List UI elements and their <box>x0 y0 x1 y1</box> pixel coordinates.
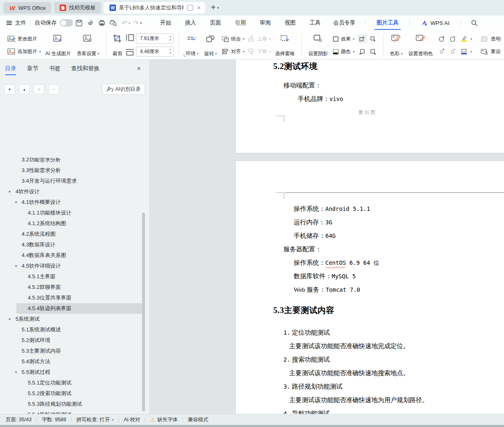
tab-member[interactable]: 会员专享 <box>328 16 361 30</box>
collapse-arrow-icon[interactable]: ▾ <box>15 370 17 374</box>
undo-chevron-icon[interactable]: ▾ <box>129 21 130 25</box>
print-preview-button[interactable] <box>108 18 118 28</box>
page-indicator[interactable]: 页面: 35/43 <box>6 416 31 423</box>
set-transparent-color-button[interactable]: 设置透明色 <box>406 33 436 58</box>
color-button[interactable]: 颜色▾ <box>332 46 355 57</box>
change-picture-button[interactable]: 更改图片 <box>7 34 41 44</box>
outline-item[interactable]: 4.5.2群聊界面 <box>0 282 149 293</box>
outline-item[interactable]: 5.5.1定位功能测试 <box>0 378 149 388</box>
tab-wps-office[interactable]: W WPS Office <box>3 2 51 13</box>
outline-item[interactable]: 5.1系统测试概述 <box>0 324 149 335</box>
group-button[interactable]: 组合▾ <box>221 34 245 44</box>
outline-item[interactable]: 4.5.1主界面 <box>0 271 149 282</box>
quick-access-chevron-icon[interactable]: ▾ <box>140 21 142 25</box>
shrink-button[interactable] <box>369 34 378 43</box>
export-pdf-button[interactable] <box>85 18 96 28</box>
enlarge-button[interactable] <box>358 34 367 43</box>
autosave-toggle[interactable] <box>60 19 73 27</box>
zoom-in-button[interactable]: + <box>33 84 45 94</box>
crop-button[interactable]: 裁剪 <box>110 33 125 58</box>
collapse-arrow-icon[interactable]: ▾ <box>9 190 11 194</box>
collapse-arrow-icon[interactable]: ▾ <box>15 264 17 268</box>
close-tab-icon[interactable]: × <box>196 4 202 11</box>
add-picture-button[interactable]: 添加图片 ▾ <box>7 46 41 57</box>
wrap-button[interactable]: 环绕▾ <box>183 33 201 58</box>
outline-item[interactable]: 3.2功能需求分析 <box>0 158 149 165</box>
missing-font-warning[interactable]: 缺失字体 <box>157 416 178 423</box>
chevron-down-icon[interactable]: ▾ <box>112 418 114 422</box>
file-menu[interactable]: 文件 <box>15 19 26 27</box>
tab-review[interactable]: 审阅 <box>253 16 278 30</box>
contrast-up-button[interactable] <box>437 34 446 43</box>
outline-item[interactable]: 4.4数据库表关系图 <box>0 250 149 261</box>
outline-item[interactable]: 4.5.3位置共享界面 <box>0 293 149 303</box>
view-settings-button[interactable]: 查看设置▾ <box>74 33 102 58</box>
tab-insert[interactable]: 插入 <box>178 16 203 30</box>
push-right-button[interactable] <box>369 47 378 56</box>
chevron-down-icon[interactable]: ▾ <box>471 50 472 54</box>
outline-item[interactable]: ▾5系统测试 <box>0 314 149 324</box>
outline-item[interactable]: 3.4开发与运行环境需求 <box>0 176 149 186</box>
document-canvas[interactable]: 5.2测试环境 移动端配置： 手机品牌：vivo 第 31 页 操作系统：And… <box>149 60 504 414</box>
spellcheck-status[interactable]: 拼写检查: 打开 <box>76 416 110 423</box>
chevron-down-icon[interactable]: ▾ <box>471 37 472 41</box>
reset-picture-button[interactable] <box>480 47 489 56</box>
outline-item[interactable]: 4.2系统流程图 <box>0 229 149 239</box>
shadow-button[interactable]: 设置阴影 <box>306 33 331 58</box>
sidebar-scrollbar[interactable] <box>142 212 145 411</box>
close-sidebar-icon[interactable]: × <box>137 65 141 73</box>
collapse-arrow-icon[interactable]: ▾ <box>15 200 17 204</box>
outline-item[interactable]: 5.2测试环境 <box>0 335 149 346</box>
contrast-down-button[interactable] <box>448 34 457 43</box>
ribbon-expand-icon[interactable]: ↘ <box>182 53 185 58</box>
brightness-down-button[interactable] <box>448 47 457 56</box>
outline-item[interactable]: 3.3性能需求分析 <box>0 165 149 176</box>
height-input[interactable]: 4.48厘米 ▴▾ <box>136 47 174 57</box>
tab-wps-ai[interactable]: WPS AI <box>414 16 457 30</box>
tab-docer-templates[interactable]: 找稻壳模板 <box>54 2 101 13</box>
outline-item[interactable]: 4.3数据库设计 <box>0 239 149 250</box>
sidebar-tab-chapters[interactable]: 章节 <box>27 60 38 77</box>
new-tab-button[interactable]: + <box>211 3 216 12</box>
expand-all-button[interactable]: ▾ <box>4 84 15 94</box>
outline-item[interactable]: 5.3主要测试内容 <box>0 346 149 356</box>
ai-proofread-button[interactable]: AI 校对 <box>124 416 140 423</box>
outline-item[interactable]: 4.1.1功能模块设计 <box>0 208 149 218</box>
outline-item[interactable]: ▾4软件设计 <box>0 186 149 197</box>
width-input[interactable]: 7.61厘米 ▴▾ <box>136 34 174 44</box>
outline-item[interactable]: 5.5.2搜索功能测试 <box>0 388 149 399</box>
ai-recognize-toc-button[interactable]: AI识别目录 <box>102 84 145 95</box>
effect-button[interactable]: 效果▾ <box>332 34 355 44</box>
doc-status-icon[interactable] <box>187 5 193 11</box>
search-icon[interactable] <box>469 18 480 28</box>
outline-item-selected[interactable]: 4.5.4轨迹列表界面 <box>16 303 142 314</box>
tab-page[interactable]: 页面 <box>203 16 228 30</box>
collapse-arrow-icon[interactable]: ▾ <box>9 317 11 321</box>
tab-reference[interactable]: 引用 <box>228 16 253 30</box>
push-left-button[interactable] <box>358 47 367 56</box>
collapse-all-button[interactable]: ▴ <box>19 84 30 94</box>
brightness-up-button[interactable] <box>437 47 446 56</box>
color-tone-button[interactable]: 色彩▾ <box>387 33 406 58</box>
ai-generate-picture-button[interactable]: AI 生成图片 <box>42 33 74 58</box>
align-button[interactable]: 对齐▾ <box>221 46 245 57</box>
hamburger-menu-icon[interactable] <box>7 20 12 26</box>
word-count[interactable]: 字数: 9589 <box>42 416 66 423</box>
outline-item[interactable]: 5.4测试方法 <box>0 356 149 367</box>
highlight-color-button[interactable] <box>459 34 468 43</box>
outline-item[interactable]: 5.5.4导航功能测试 <box>0 409 149 414</box>
sidebar-tab-find-replace[interactable]: 查找和替换 <box>71 60 100 77</box>
zoom-out-button[interactable]: − <box>48 84 59 94</box>
tab-document[interactable]: W 基于LBS多人快速定位和导航 × <box>104 2 205 13</box>
selection-pane-button[interactable]: 选择窗格 <box>272 33 298 58</box>
sidebar-tab-toc[interactable]: 目录 <box>5 60 16 77</box>
tab-tools[interactable]: 工具 <box>303 16 328 30</box>
picture-border-button[interactable] <box>459 47 468 56</box>
outline-item[interactable]: 4.1.2系统结构图 <box>0 218 149 229</box>
move-down-button[interactable]: 下移▾ <box>248 46 271 57</box>
tab-home[interactable]: 开始 <box>153 16 178 30</box>
rotate-button[interactable]: 旋转▾ <box>201 33 220 58</box>
outline-item[interactable]: 5.5.3路径规划功能测试 <box>0 399 149 409</box>
transparent-button[interactable] <box>480 34 489 43</box>
outline-item[interactable]: ▾4.5软件详细设计 <box>0 261 149 271</box>
